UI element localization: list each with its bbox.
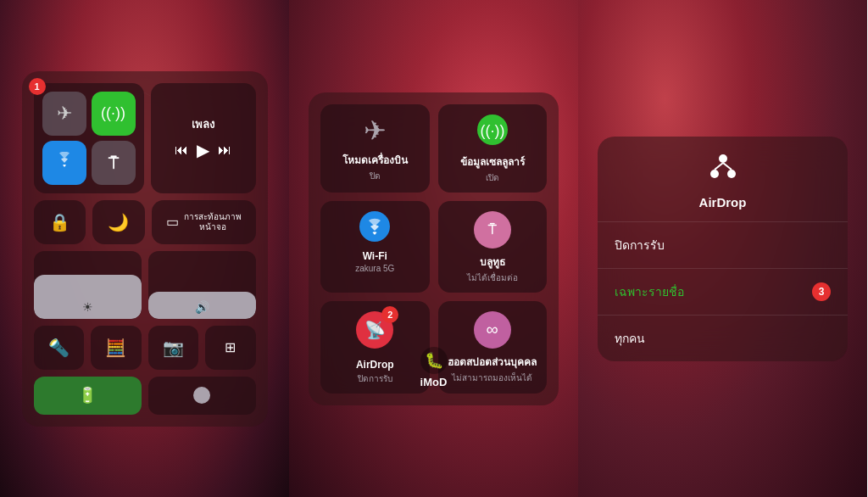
- camera-icon: 📷: [163, 338, 184, 358]
- airdrop-contacts-label: เฉพาะรายชื่อ: [615, 282, 684, 301]
- hotspot-item[interactable]: ∞ ฮอตสปอตส่วนบุคคล ไม่สามารถมองเห็นได้: [438, 301, 548, 394]
- hotspot-item-label: ฮอตสปอตส่วนบุคคล: [448, 354, 537, 370]
- svg-line-7: [723, 163, 732, 170]
- next-icon[interactable]: ⏭: [218, 142, 231, 158]
- imod-watermark: 🐛 iMoD: [420, 347, 448, 388]
- airplane-item-icon: ✈: [364, 114, 387, 147]
- brightness-icon: ☀: [82, 300, 93, 314]
- music-controls: ⏮ ▶ ⏭: [175, 140, 231, 160]
- screen-record-button[interactable]: [148, 377, 256, 415]
- flashlight-icon: 🔦: [48, 338, 70, 358]
- airplane-mode-item[interactable]: ✈ โหมดเครื่องบิน ปิด: [320, 104, 430, 193]
- cellular-item[interactable]: ((·)) ข้อมูลเซลลูลาร์ เปิด: [438, 104, 548, 193]
- airplane-icon: ✈: [57, 103, 72, 125]
- airdrop-menu-container: AirDrop ปิดการรับ เฉพาะรายชื่อ 3 ทุกคน: [598, 137, 848, 361]
- bluetooth-item[interactable]: ⍑ บลูทูธ ไม่ได้เชื่อมต่อ: [438, 201, 548, 293]
- battery-button[interactable]: 🔋: [34, 377, 142, 415]
- control-center-panel: 1 ✈ ((·)): [22, 71, 268, 427]
- bluetooth-button[interactable]: ⍑: [92, 141, 136, 185]
- music-label: เพลง: [192, 115, 214, 133]
- moon-icon: 🌙: [108, 212, 129, 232]
- svg-point-5: [727, 170, 736, 178]
- calculator-icon: 🧮: [105, 338, 126, 358]
- network-block: 1 ✈ ((·)): [34, 83, 144, 193]
- cellular-item-label: ข้อมูลเซลลูลาร์: [460, 154, 525, 170]
- wifi-icon: [54, 152, 75, 174]
- screen-mirror-icon: ▭: [166, 214, 179, 230]
- airdrop-contacts-item[interactable]: เฉพาะรายชื่อ 3: [598, 269, 848, 316]
- airdrop-everyone-item[interactable]: ทุกคน: [598, 316, 848, 361]
- airdrop-item[interactable]: 📡 2 AirDrop ปิดการรับ: [320, 301, 430, 394]
- imod-logo: 🐛: [420, 347, 448, 374]
- do-not-disturb-button[interactable]: 🌙: [92, 200, 145, 244]
- qr-code-button[interactable]: ⊞: [205, 326, 256, 370]
- wifi-item[interactable]: Wi-Fi zakura 5G: [320, 201, 430, 293]
- cellular-item-icon: ((·)): [477, 114, 508, 145]
- svg-text:((·)): ((·)): [480, 122, 504, 139]
- wifi-button[interactable]: [42, 141, 86, 185]
- svg-point-4: [710, 170, 719, 178]
- rotation-lock-button[interactable]: 🔒: [34, 200, 86, 244]
- airdrop-item-status: ปิดการรับ: [358, 372, 392, 385]
- airdrop-item-label: AirDrop: [356, 359, 394, 371]
- imod-text: iMoD: [420, 376, 448, 388]
- badge-2: 2: [381, 306, 398, 323]
- wifi-item-icon: [359, 211, 390, 242]
- bluetooth-item-label: บลูทูธ: [480, 254, 505, 270]
- play-icon[interactable]: ▶: [197, 140, 209, 160]
- hotspot-item-status: ไม่สามารถมองเห็นได้: [452, 371, 532, 384]
- cellular-item-status: เปิด: [486, 171, 499, 184]
- music-block: เพลง ⏮ ▶ ⏭: [151, 83, 256, 193]
- badge-3: 3: [812, 282, 831, 301]
- panel-3-airdrop-menu: AirDrop ปิดการรับ เฉพาะรายชื่อ 3 ทุกคน: [578, 0, 867, 497]
- bluetooth-icon: ⍑: [108, 152, 119, 174]
- volume-slider[interactable]: 🔊: [148, 251, 256, 319]
- airdrop-header-icon: [708, 152, 738, 188]
- airdrop-header: AirDrop: [598, 137, 848, 222]
- cellular-icon: ((·)): [101, 104, 125, 122]
- airdrop-off-item[interactable]: ปิดการรับ: [598, 222, 848, 269]
- qr-icon: ⊞: [225, 339, 236, 355]
- airdrop-title: AirDrop: [699, 195, 747, 209]
- screen-mirror-label: การสะท้อนภาพหน้าจอ: [184, 212, 242, 232]
- prev-icon[interactable]: ⏮: [175, 142, 188, 158]
- bluetooth-item-icon: ⍑: [474, 211, 511, 248]
- rotation-lock-icon: 🔒: [49, 212, 70, 232]
- brightness-slider[interactable]: ☀: [34, 251, 142, 319]
- airdrop-off-label: ปิดการรับ: [615, 236, 665, 254]
- record-icon: [193, 387, 210, 404]
- battery-icon: 🔋: [78, 386, 97, 405]
- badge-1: 1: [29, 78, 46, 95]
- wifi-item-status: zakura 5G: [355, 264, 394, 273]
- svg-point-3: [719, 154, 727, 163]
- calculator-button[interactable]: 🧮: [91, 326, 142, 370]
- bluetooth-item-status: ไม่ได้เชื่อมต่อ: [467, 271, 518, 284]
- airplane-item-label: โหมดเครื่องบิน: [342, 152, 408, 168]
- airdrop-item-icon: 📡 2: [356, 311, 393, 349]
- airplane-mode-button[interactable]: ✈: [42, 92, 86, 136]
- cellular-button[interactable]: ((·)): [92, 92, 136, 136]
- airdrop-everyone-label: ทุกคน: [615, 329, 645, 348]
- camera-button[interactable]: 📷: [148, 326, 199, 370]
- panel-1-control-center: ︿ 1 ✈ ((·)): [0, 0, 289, 497]
- volume-icon: 🔊: [195, 300, 209, 314]
- wifi-item-label: Wi-Fi: [363, 250, 387, 262]
- panel-2-expanded: ✈ โหมดเครื่องบิน ปิด ((·)) ข้อมูลเซลลูลา…: [289, 0, 578, 497]
- svg-line-6: [715, 163, 723, 170]
- screen-mirror-button[interactable]: ▭ การสะท้อนภาพหน้าจอ: [152, 200, 256, 244]
- airplane-item-status: ปิด: [370, 170, 381, 182]
- flashlight-button[interactable]: 🔦: [34, 326, 85, 370]
- hotspot-item-icon: ∞: [474, 311, 511, 349]
